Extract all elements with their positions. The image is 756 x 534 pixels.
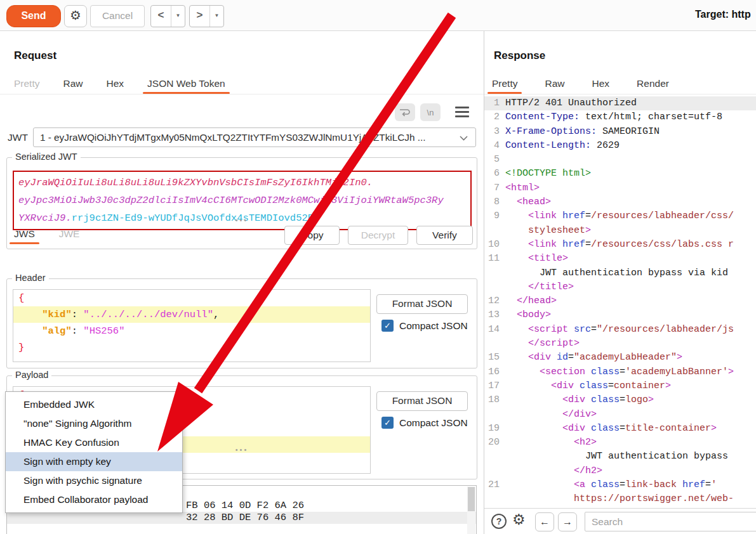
response-code-row: 7<html>	[484, 181, 756, 195]
cancel-button[interactable]: Cancel	[90, 5, 145, 27]
text-run: class	[574, 381, 608, 391]
response-code-viewer[interactable]: 1HTTP/2 401 Unauthorized2Content-Type: t…	[484, 96, 756, 508]
menu-item-sign-with-psychic-signature[interactable]: Sign with psychic signature	[6, 471, 182, 490]
menu-item-hmac-key-confusion[interactable]: HMAC Key Confusion	[6, 433, 182, 452]
text-run: =	[568, 352, 574, 363]
next-request-button[interactable]: > ▼	[189, 5, 224, 27]
text-run: Content-Length:	[505, 140, 591, 151]
menu-item--none-signing-algorithm[interactable]: "none" Signing Algorithm	[6, 414, 182, 433]
response-code-row: 20 <h2>	[484, 436, 756, 450]
text-run: =	[620, 394, 625, 405]
line-number: 14	[484, 323, 500, 337]
tab-jwe[interactable]: JWE	[59, 228, 80, 240]
jwt-header-group: Header { "kid": "../../../../dev/null", …	[6, 278, 477, 368]
help-icon[interactable]: ?	[491, 514, 507, 529]
jwt-token-select[interactable]: 1 - eyJraWQiOiJhYTdjMTgxMy05NmQxLTQ2ZTIt…	[33, 127, 476, 147]
copy-button[interactable]: Copy	[284, 226, 340, 245]
text-run: </script>	[528, 338, 580, 349]
menu-icon[interactable]	[455, 107, 469, 120]
tabs-divider	[0, 94, 484, 94]
response-code-row: 14 <script src="/resources/labheader/js	[484, 323, 756, 337]
text-run: <div	[528, 352, 551, 363]
menu-item-embedded-jwk[interactable]: Embedded JWK	[6, 395, 182, 414]
payload-format-json-button[interactable]: Format JSON	[376, 391, 468, 411]
menu-item-embed-collaborator-payload[interactable]: Embed Collaborator payload	[6, 490, 182, 509]
text-run	[505, 296, 517, 306]
response-code-row: 11 <title>	[484, 252, 756, 266]
text-run: :	[72, 325, 84, 337]
text-run: =	[585, 239, 591, 250]
previous-dropdown-caret-icon[interactable]: ▼	[171, 6, 185, 27]
text-run: >	[711, 423, 717, 434]
text-run	[505, 352, 528, 363]
response-code-row: 19 <div class=title-container>	[484, 422, 756, 436]
text-run: =	[585, 211, 591, 221]
next-arrow-icon[interactable]: >	[190, 6, 210, 27]
header-format-json-button[interactable]: Format JSON	[376, 294, 468, 314]
response-tab-hex[interactable]: Hex	[592, 78, 610, 89]
text-run: <!DOCTYPE html>	[505, 168, 591, 179]
newline-toggle-icon[interactable]: \n	[420, 103, 441, 121]
previous-arrow-icon[interactable]: <	[151, 6, 171, 27]
text-run	[505, 282, 528, 292]
panel-divider[interactable]	[484, 31, 484, 534]
request-tab-pretty[interactable]: Pretty	[14, 78, 39, 89]
response-code-row: 13 <body>	[484, 308, 756, 322]
response-tab-raw[interactable]: Raw	[545, 78, 564, 89]
line-number: 9	[484, 209, 500, 223]
text-run: <a	[574, 479, 585, 490]
response-tab-pretty[interactable]: Pretty	[492, 78, 517, 89]
jwt-header-editor[interactable]: { "kid": "../../../../dev/null", "alg": …	[13, 289, 371, 362]
scrollbar-thumb[interactable]	[468, 487, 475, 511]
verify-button[interactable]: Verify	[416, 226, 473, 245]
word-wrap-icon[interactable]	[395, 103, 415, 121]
text-run	[505, 437, 574, 448]
tab-jws[interactable]: JWS	[14, 228, 35, 240]
splitter-handle[interactable]: •••	[0, 216, 484, 224]
menu-item-sign-with-empty-key[interactable]: Sign with empty key	[6, 452, 182, 471]
search-forward-button[interactable]: →	[558, 512, 577, 531]
text-run: <link	[528, 211, 557, 221]
text-run: stylesheet	[528, 225, 585, 236]
response-code-row: stylesheet>	[484, 224, 756, 238]
payload-compact-json-checkbox[interactable]: ✓	[381, 417, 394, 429]
text-run: container	[614, 381, 665, 391]
response-code-row: 15 <div id="academyLabHeader">	[484, 351, 756, 365]
header-compact-json-checkbox[interactable]: ✓	[381, 320, 394, 332]
text-run	[505, 479, 574, 490]
search-input[interactable]	[585, 512, 756, 531]
text-run: <section	[540, 367, 585, 377]
response-tab-render[interactable]: Render	[637, 78, 669, 89]
payload-compact-json[interactable]: ✓ Compact JSON	[381, 417, 468, 429]
gear-icon[interactable]: ⚙	[512, 511, 526, 528]
send-button[interactable]: Send	[6, 5, 61, 27]
request-tab-raw[interactable]: Raw	[63, 78, 83, 89]
text-run: eyJraWQiOiIuLi8uLi8uLi8uLi9kZXYvbnVsbCIs…	[18, 177, 373, 188]
scrollbar[interactable]	[467, 486, 475, 534]
decrypt-button[interactable]: Decrypt	[348, 226, 408, 245]
line-number: 21	[484, 478, 500, 492]
text-run	[505, 423, 562, 434]
text-run: </title>	[528, 282, 574, 292]
text-run: =	[620, 423, 625, 434]
target-label: Target: http	[695, 9, 751, 20]
header-compact-json[interactable]: ✓ Compact JSON	[381, 320, 468, 332]
response-code-row: 17 <div class=container>	[484, 379, 756, 393]
response-code-row: 9 <link href=/resources/labheader/css/	[484, 209, 756, 223]
tabs-divider	[484, 94, 756, 94]
next-dropdown-caret-icon[interactable]: ▼	[210, 6, 223, 27]
text-run: =	[620, 479, 625, 490]
response-code-row: 12 </head>	[484, 294, 756, 308]
request-tab-hex[interactable]: Hex	[107, 78, 124, 89]
line-number: 11	[484, 252, 500, 266]
search-back-button[interactable]: ←	[535, 512, 554, 531]
gear-icon[interactable]: ⚙	[64, 5, 87, 27]
line-number: 3	[484, 125, 500, 139]
text-run: class	[585, 394, 620, 405]
text-run	[505, 466, 574, 476]
previous-request-button[interactable]: < ▼	[150, 5, 185, 27]
request-tab-json-web-token[interactable]: JSON Web Token	[147, 78, 225, 89]
request-tabs: PrettyRawHexJSON Web Token	[14, 75, 225, 91]
line-number: 13	[484, 308, 500, 322]
response-panel: Response PrettyRawHexRender 1HTTP/2 401 …	[484, 31, 756, 534]
